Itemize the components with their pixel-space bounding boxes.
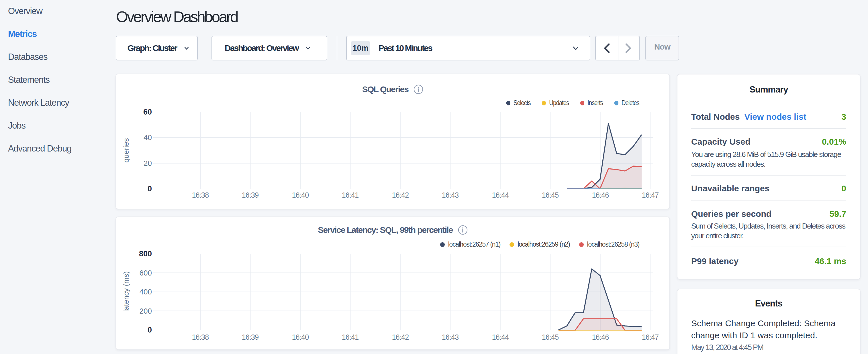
svg-text:16:42: 16:42 <box>392 333 409 341</box>
svg-text:16:44: 16:44 <box>492 333 509 341</box>
svg-text:400: 400 <box>140 288 152 296</box>
svg-text:600: 600 <box>140 269 152 277</box>
svg-text:0: 0 <box>148 326 152 334</box>
svg-text:16:45: 16:45 <box>542 191 559 199</box>
svg-text:16:45: 16:45 <box>542 333 559 341</box>
svg-text:16:46: 16:46 <box>592 333 609 341</box>
svg-text:16:38: 16:38 <box>192 333 209 341</box>
svg-text:40: 40 <box>144 133 152 142</box>
svg-text:queries: queries <box>122 138 130 162</box>
svg-text:16:47: 16:47 <box>642 191 659 199</box>
svg-text:16:46: 16:46 <box>592 191 609 199</box>
svg-text:16:44: 16:44 <box>492 191 509 199</box>
svg-text:16:39: 16:39 <box>242 191 259 199</box>
svg-text:16:41: 16:41 <box>342 191 359 199</box>
svg-text:16:39: 16:39 <box>242 333 259 341</box>
svg-text:16:42: 16:42 <box>392 191 409 199</box>
svg-text:16:41: 16:41 <box>342 333 359 341</box>
svg-text:16:47: 16:47 <box>642 333 659 341</box>
svg-text:20: 20 <box>144 159 152 167</box>
svg-text:0: 0 <box>148 185 152 193</box>
svg-text:16:40: 16:40 <box>292 191 309 199</box>
svg-text:latency (ms): latency (ms) <box>122 271 130 312</box>
svg-text:16:40: 16:40 <box>292 333 309 341</box>
svg-text:16:38: 16:38 <box>192 191 209 199</box>
svg-text:200: 200 <box>140 307 152 315</box>
svg-text:800: 800 <box>139 250 152 258</box>
svg-text:60: 60 <box>143 108 152 116</box>
svg-text:16:43: 16:43 <box>442 333 459 341</box>
svg-text:16:43: 16:43 <box>442 191 459 199</box>
